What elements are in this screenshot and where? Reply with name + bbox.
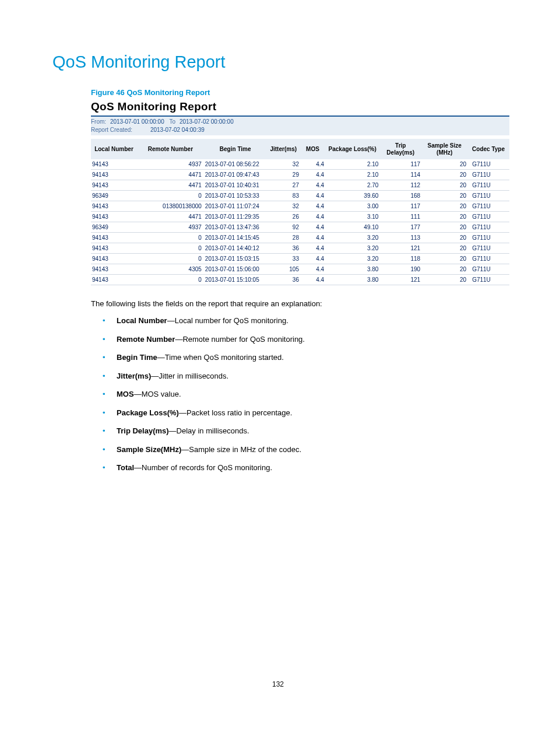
table-row: 9634902013-07-01 10:53:33834.439.6016820… (91, 191, 509, 201)
term: MOS (117, 390, 134, 398)
term: Remote Number (117, 335, 175, 344)
cell-sample-size: 20 (421, 191, 467, 201)
cell-mos: 4.4 (300, 201, 325, 212)
cell-local-number: 94143 (91, 201, 137, 212)
col-mos: MOS (300, 139, 325, 159)
cell-codec: G711U (467, 201, 509, 212)
cell-sample-size: 20 (421, 264, 467, 275)
cell-remote-number: 4305 (137, 264, 204, 275)
cell-begin-time: 2013-07-01 14:40:12 (204, 243, 267, 254)
cell-jitter: 33 (267, 254, 300, 264)
cell-jitter: 36 (267, 275, 300, 285)
desc: —Time when QoS monitoring started. (157, 353, 284, 362)
cell-jitter: 32 (267, 159, 300, 170)
cell-begin-time: 2013-07-01 15:10:05 (204, 275, 267, 285)
cell-trip-delay: 177 (379, 222, 421, 233)
cell-jitter: 83 (267, 191, 300, 201)
cell-jitter: 36 (267, 243, 300, 254)
cell-mos: 4.4 (300, 159, 325, 170)
cell-remote-number: 0 (137, 191, 204, 201)
cell-remote-number: 0 (137, 254, 204, 264)
cell-sample-size: 20 (421, 170, 467, 180)
desc: —Number of records for QoS monitoring. (134, 463, 272, 472)
cell-remote-number: 4471 (137, 180, 204, 191)
cell-mos: 4.4 (300, 275, 325, 285)
cell-sample-size: 20 (421, 254, 467, 264)
cell-begin-time: 2013-07-01 15:03:15 (204, 254, 267, 264)
table-row: 9634949372013-07-01 13:47:36924.449.1017… (91, 222, 509, 233)
cell-pkg-loss: 3.80 (325, 275, 379, 285)
report-meta: From: 2013-07-01 00:00:00 To 2013-07-02 … (91, 116, 509, 135)
cell-trip-delay: 111 (379, 212, 421, 222)
cell-local-number: 94143 (91, 243, 137, 254)
cell-trip-delay: 121 (379, 275, 421, 285)
cell-local-number: 94143 (91, 254, 137, 264)
cell-mos: 4.4 (300, 264, 325, 275)
term: Package Loss(%) (117, 408, 179, 417)
cell-trip-delay: 117 (379, 159, 421, 170)
cell-trip-delay: 113 (379, 233, 421, 243)
cell-trip-delay: 117 (379, 201, 421, 212)
cell-jitter: 28 (267, 233, 300, 243)
cell-jitter: 32 (267, 201, 300, 212)
cell-begin-time: 2013-07-01 08:56:22 (204, 159, 267, 170)
cell-pkg-loss: 39.60 (325, 191, 379, 201)
col-pkg-loss: Package Loss(%) (325, 139, 379, 159)
explain-intro: The following lists the fields on the re… (91, 299, 509, 308)
cell-pkg-loss: 3.20 (325, 243, 379, 254)
cell-jitter: 27 (267, 180, 300, 191)
cell-sample-size: 20 (421, 243, 467, 254)
table-row: 9414302013-07-01 14:15:45284.43.2011320G… (91, 233, 509, 243)
page-number: 132 (0, 680, 556, 688)
cell-mos: 4.4 (300, 180, 325, 191)
explain-list: Local Number—Local number for QoS monito… (91, 315, 509, 474)
cell-sample-size: 20 (421, 275, 467, 285)
list-item: Total—Number of records for QoS monitori… (91, 462, 509, 474)
cell-pkg-loss: 3.80 (325, 264, 379, 275)
cell-mos: 4.4 (300, 212, 325, 222)
desc: —Local number for QoS monitoring. (167, 316, 288, 325)
cell-begin-time: 2013-07-01 13:47:36 (204, 222, 267, 233)
cell-pkg-loss: 3.10 (325, 212, 379, 222)
cell-remote-number: 4471 (137, 212, 204, 222)
list-item: Remote Number—Remote number for QoS moni… (91, 334, 509, 345)
cell-pkg-loss: 3.00 (325, 201, 379, 212)
list-item: Begin Time—Time when QoS monitoring star… (91, 352, 509, 363)
list-item: MOS—MOS value. (91, 388, 509, 400)
cell-local-number: 94143 (91, 159, 137, 170)
cell-sample-size: 20 (421, 201, 467, 212)
page-title: QoS Monitoring Report (52, 52, 509, 72)
cell-remote-number: 4471 (137, 170, 204, 180)
cell-codec: G711U (467, 254, 509, 264)
cell-sample-size: 20 (421, 159, 467, 170)
cell-begin-time: 2013-07-01 15:06:00 (204, 264, 267, 275)
term: Local Number (117, 316, 167, 325)
report-table: Local Number Remote Number Begin Time Ji… (91, 139, 509, 285)
cell-trip-delay: 121 (379, 243, 421, 254)
cell-remote-number: 4937 (137, 222, 204, 233)
cell-codec: G711U (467, 275, 509, 285)
cell-sample-size: 20 (421, 212, 467, 222)
table-header: Local Number Remote Number Begin Time Ji… (91, 139, 509, 159)
desc: —Jitter in milliseconds. (151, 372, 228, 380)
cell-mos: 4.4 (300, 233, 325, 243)
col-trip-delay: Trip Delay(ms) (379, 139, 421, 159)
cell-codec: G711U (467, 159, 509, 170)
col-jitter: Jitter(ms) (267, 139, 300, 159)
cell-begin-time: 2013-07-01 11:29:35 (204, 212, 267, 222)
col-sample-size: Sample Size (MHz) (421, 139, 467, 159)
cell-jitter: 92 (267, 222, 300, 233)
cell-sample-size: 20 (421, 233, 467, 243)
cell-codec: G711U (467, 180, 509, 191)
term: Total (117, 463, 134, 472)
cell-begin-time: 2013-07-01 14:15:45 (204, 233, 267, 243)
cell-trip-delay: 190 (379, 264, 421, 275)
from-value: 2013-07-01 00:00:00 (110, 118, 164, 125)
content: Figure 46 QoS Monitoring Report QoS Moni… (91, 88, 509, 474)
desc: —Packet loss ratio in percentage. (179, 408, 292, 417)
cell-local-number: 94143 (91, 212, 137, 222)
cell-trip-delay: 112 (379, 180, 421, 191)
cell-codec: G711U (467, 191, 509, 201)
list-item: Local Number—Local number for QoS monito… (91, 315, 509, 327)
cell-local-number: 94143 (91, 180, 137, 191)
